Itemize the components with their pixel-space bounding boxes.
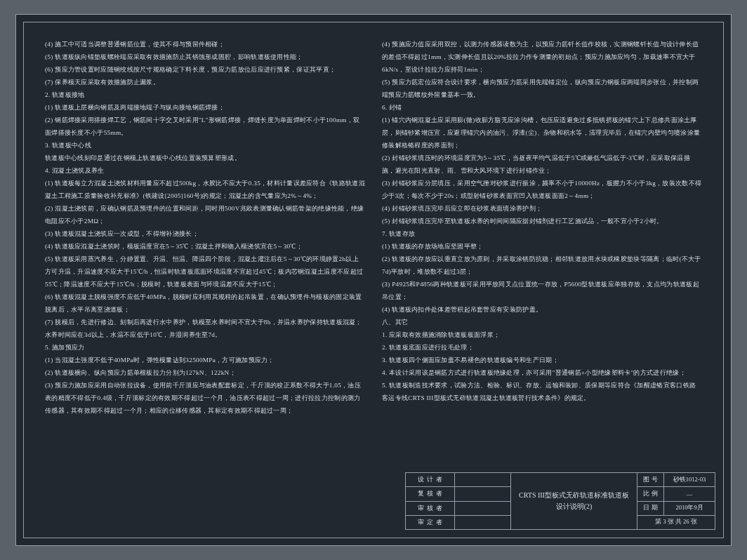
text-line: (5) 轨道板纵向锚垫板螺栓端应采取有效措施防止其锈蚀形成固腔，影响轨道板使用性… — [45, 51, 365, 63]
text-line: (4) 预施应力值应采用双控，以测力传感器读数为主，以预应力筋钎长值作校核，实测… — [382, 38, 702, 76]
text-line: (1) 轨道板每立方混凝土浇筑材料用量应不超过500kg，水胶比不应大于0.35… — [45, 177, 365, 202]
designer-label: 设计者 — [406, 473, 455, 486]
reviewer-value — [455, 487, 510, 500]
text-line: (3) 预应力施加应采用自动张拉设备，使用前千斤顶应与油表配套标定，千斤顶的校正… — [45, 379, 365, 417]
text-line: (5) 轨道板采用蒸汽养生，分静置置、升温、恒温、降温四个阶段，混凝土灌注后在5… — [45, 253, 365, 291]
text-line: 2. 轨道板接地 — [45, 88, 365, 101]
text-line: 6. 封锚 — [382, 101, 702, 114]
text-line: (7) 保养模天应采取有效措施防止漏浆。 — [45, 76, 365, 88]
checker-label: 审核者 — [406, 502, 455, 515]
text-line: (1) 轨道板上层横向钢筋及两端接地端子与纵向接地钢筋焊接； — [45, 101, 365, 114]
date-value: 2010年9月 — [664, 502, 715, 515]
sheet-number: 第 3 张 共 26 张 — [637, 516, 715, 529]
scale-label: 比 例 — [637, 487, 664, 500]
text-line: 1. 应采取有效措施消除轨道板板面浮浆； — [382, 328, 702, 341]
text-line: (3) 轨道板混凝土浇筑应一次成型，不得增补浇接长； — [45, 227, 365, 240]
approver-value — [455, 516, 510, 529]
text-line: 3. 轨道板四个侧面应加盖不易褪色的轨道板编号和生产日期； — [382, 354, 702, 366]
text-line: (6) 预应力管设置时应随钢绞线按尺寸规格确定下料长度，预应力筋放位后应进行预紧… — [45, 63, 365, 76]
text-line: (2) 混凝土浇筑前，应确认钢筋及预埋件的位置和间距，同时用500V兆欧表测量确… — [45, 202, 365, 227]
checker-value — [455, 502, 510, 515]
text-line: (4) 施工中可适当调整普通钢筋位置，使其不得与预留件相碰； — [45, 38, 365, 51]
text-line: 3. 轨道板中心线 — [45, 139, 365, 152]
text-line: 4. 本设计采用该是钢筋方式进行轨道板绝缘处理，亦可采用"普通钢筋+小型绝缘塑料… — [382, 366, 702, 379]
text-line: (2) 封锚砂浆填压时的环境温度宜为5～35℃，当昼夜平均气温低于5℃或最低气温… — [382, 152, 702, 177]
text-line: 5. 轨道板制造技术要求，试验方法、检验、标识、存放、运输和装卸、质保期等应符合… — [382, 379, 702, 404]
scale-value: — — [664, 487, 715, 500]
designer-value — [455, 473, 510, 486]
text-line: 7. 轨道存放 — [382, 227, 702, 240]
text-line: (4) 轨道板内扣件处体差管积起吊套管应有安装防护盖。 — [382, 303, 702, 316]
drawing-no-label: 图 号 — [637, 473, 664, 486]
inner-frame: (4) 施工中可适当调整普通钢筋位置，使其不得与预留件相碰；(5) 轨道板纵向锚… — [23, 22, 724, 538]
title-block-signatures: 设计者 复核者 审核者 审定者 — [406, 473, 511, 529]
title-block: 设计者 复核者 审核者 审定者 CRTS III型板式无砟轨道标准轨道板 设计说… — [405, 472, 715, 530]
text-line: (6) 轨道板混凝土脱模强度不应低于40MPa，脱模时应利用其规程的起吊装置，在… — [45, 291, 365, 316]
text-line: (3) 封锚砂浆应分层填压，采用空气捶对砂浆进行振涂，频率不小于10000Hz，… — [382, 177, 702, 202]
approver-label: 审定者 — [406, 516, 455, 529]
title-block-meta: 图 号 砂铁1012-03 比 例 — 日 期 2010年9月 第 3 张 共 … — [637, 473, 715, 529]
text-line: 轨道板中心线刻印是通过在钢模上轨道板中心线位置装预算塑形成。 — [45, 152, 365, 164]
text-line: (3) P4925和P4856两种轨道板可采用平放同叉点位置统一存放，P5600… — [382, 278, 702, 303]
text-line: (5) 封锚砂浆填压完毕至轨道板水养的时间间隔应据封锚剂进行工艺施试品，一般不宜… — [382, 215, 702, 227]
text-line: (1) 当混凝土强度不低于40MPa时，弹性模量达到32500MPa，方可施加预… — [45, 354, 365, 366]
text-line: (1) 锚穴内钢混凝土应采用膨(微)收膨方脂无应涂沟槽，包压应适避免过多抵锈挤板… — [382, 114, 702, 152]
text-line: (4) 封锚砂浆填压完毕后应立即在砂浆表面填涂养护剂； — [382, 202, 702, 215]
reviewer-label: 复核者 — [406, 487, 455, 500]
right-column: (4) 预施应力值应采用双控，以测力传感器读数为主，以预应力筋钎长值作校核，实测… — [382, 38, 702, 453]
text-line: (7) 脱模后，先进行修边、刻制后再进行水中养护，轨模至水养时间不宜大于8h，并… — [45, 316, 365, 341]
date-label: 日 期 — [637, 502, 664, 515]
text-line: (2) 轨道板横向、纵向预应力筋单根板拉力分别为127kN、122kN； — [45, 366, 365, 379]
text-line: 八、其它 — [382, 316, 702, 328]
drawing-sheet: (4) 施工中可适当调整普通钢筋位置，使其不得与预留件相碰；(5) 轨道板纵向锚… — [15, 14, 732, 546]
text-line: 4. 混凝土浇筑及养生 — [45, 164, 365, 177]
text-line: (2) 钢筋焊接采用搭接焊工艺，钢筋间十字交叉时采用"L"形钢筋焊接，焊缝长度为… — [45, 114, 365, 139]
text-line: (2) 轨道板的存放应以垂直立放为原则，并采取涂锈防抗稳；相邻轨道放用水块或橡胶… — [382, 253, 702, 278]
text-line: (1) 轨道板的存放场地应坚固平整； — [382, 240, 702, 253]
text-line: 2. 轨道板底面应进行拉毛处理； — [382, 341, 702, 354]
drawing-title: CRTS III型板式无砟轨道标准轨道板 设计说明(2) — [511, 473, 637, 529]
left-column: (4) 施工中可适当调整普通钢筋位置，使其不得与预留件相碰；(5) 轨道板纵向锚… — [45, 38, 365, 453]
text-content: (4) 施工中可适当调整普通钢筋位置，使其不得与预留件相碰；(5) 轨道板纵向锚… — [45, 38, 702, 453]
text-line: (4) 轨道板应混凝土浇筑时，模板温度宜在5～35℃；混凝土拌和物入模浇筑宜在5… — [45, 240, 365, 253]
text-line: 5. 施加预应力 — [45, 341, 365, 354]
text-line: (5) 预应力筋宏位应符合设计要求，横向预应力筋采用先端锚定位，纵向预应力钢板应… — [382, 76, 702, 101]
drawing-no: 砂铁1012-03 — [664, 473, 715, 486]
